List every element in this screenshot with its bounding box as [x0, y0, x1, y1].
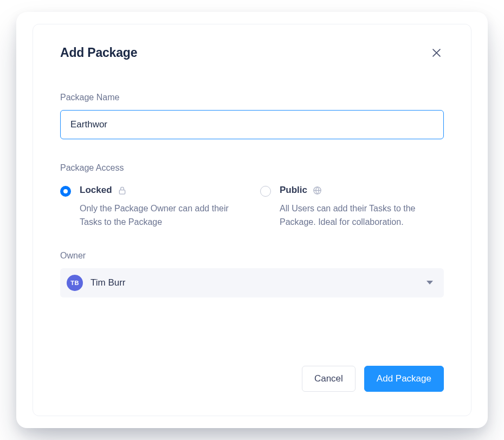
radio-title-row: Public [280, 185, 444, 196]
modal-body: Package Name Package Access Locked [33, 60, 471, 297]
cancel-button[interactable]: Cancel [302, 366, 356, 392]
owner-field: Owner TB Tim Burr [60, 251, 444, 297]
add-package-button[interactable]: Add Package [364, 366, 444, 392]
access-locked-desc: Only the Package Owner can add their Tas… [80, 202, 242, 229]
package-name-label: Package Name [60, 93, 444, 102]
add-package-modal: Add Package Package Name Package Access [16, 12, 488, 428]
access-public-desc: All Users can add their Tasks to the Pac… [280, 202, 442, 229]
owner-name: Tim Burr [91, 277, 427, 288]
close-button[interactable] [429, 45, 444, 60]
radio-unchecked-icon [260, 186, 271, 197]
radio-checked-icon [60, 186, 71, 197]
chevron-down-icon [427, 281, 433, 284]
modal-title: Add Package [60, 46, 137, 60]
close-icon [432, 49, 441, 57]
svg-rect-0 [119, 190, 125, 194]
lock-icon [118, 186, 127, 195]
globe-icon [313, 186, 322, 195]
radio-body: Public All Users can add their Tasks to … [280, 185, 444, 229]
package-name-field: Package Name [60, 93, 444, 139]
modal-header: Add Package [33, 24, 471, 60]
access-locked-label: Locked [80, 185, 112, 196]
package-name-input-wrap [60, 110, 444, 139]
owner-label: Owner [60, 251, 444, 261]
owner-select[interactable]: TB Tim Burr [60, 268, 444, 297]
access-option-locked[interactable]: Locked Only the Package Owner can add th… [60, 185, 244, 229]
radio-title-row: Locked [80, 185, 244, 196]
avatar: TB [67, 275, 83, 291]
modal-footer: Cancel Add Package [302, 366, 444, 392]
package-access-field: Package Access Locked [60, 163, 444, 229]
access-public-label: Public [280, 185, 307, 196]
access-option-public[interactable]: Public All Users can add their Tasks to … [260, 185, 444, 229]
radio-body: Locked Only the Package Owner can add th… [80, 185, 244, 229]
package-access-label: Package Access [60, 163, 444, 173]
package-name-input[interactable] [60, 110, 444, 139]
modal-inner: Add Package Package Name Package Access [33, 24, 471, 416]
package-access-options: Locked Only the Package Owner can add th… [60, 185, 444, 229]
